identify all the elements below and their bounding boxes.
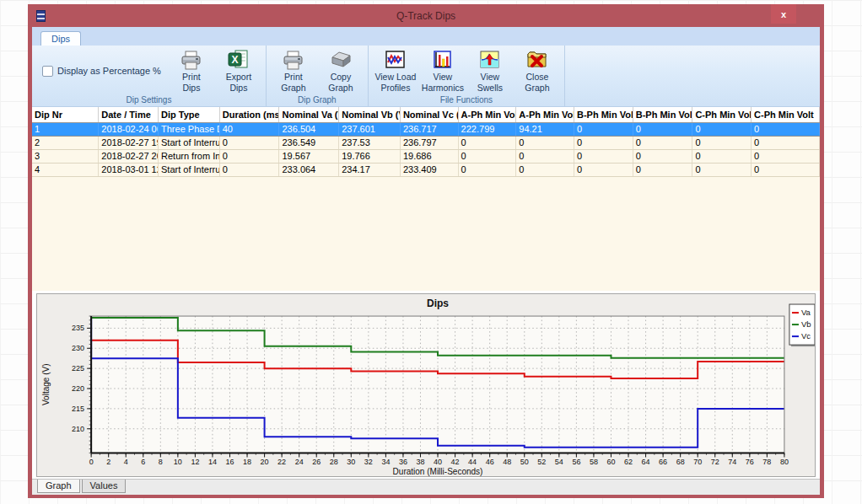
column-header[interactable]: Nominal Vc (V <box>400 107 458 122</box>
table-cell[interactable]: 0 <box>574 163 633 176</box>
table-cell[interactable]: Return from Inter <box>159 149 220 163</box>
export-dips-button[interactable]: X Export Dips <box>217 47 261 94</box>
window-title: Q-Track Dips <box>32 10 820 22</box>
button-label-line2: Swells <box>477 83 503 93</box>
table-cell[interactable]: Three Phase Dip <box>159 122 220 136</box>
svg-text:X: X <box>232 54 239 66</box>
table-cell[interactable]: 2018-02-27 20:0 <box>99 149 159 163</box>
table-cell[interactable]: 0 <box>574 122 633 136</box>
table-cell[interactable]: 40 <box>219 122 279 136</box>
button-label-line1: Copy <box>331 72 352 82</box>
view-load-profiles-button[interactable]: View Load Profiles <box>374 47 418 94</box>
column-header[interactable]: A-Ph Min Volt <box>516 107 574 122</box>
table-cell[interactable]: 236.549 <box>279 136 339 149</box>
table-cell[interactable]: 0 <box>458 149 516 163</box>
button-label-line2: Graph <box>328 83 353 93</box>
table-cell[interactable]: 0 <box>633 122 692 136</box>
table-cell[interactable]: 0 <box>633 136 692 149</box>
ribbon: Display as Percentage % Print Dips <box>32 46 820 107</box>
print-graph-button[interactable]: Print Graph <box>272 47 315 94</box>
table-row[interactable]: 42018-03-01 12:1Start of Interrupt0233.0… <box>32 163 820 176</box>
table-cell[interactable]: 0 <box>752 163 820 176</box>
svg-text:40: 40 <box>434 458 442 466</box>
table-cell[interactable]: 0 <box>633 163 692 176</box>
table-cell[interactable]: Start of Interrupt <box>159 136 220 149</box>
table-cell[interactable]: 0 <box>458 136 516 149</box>
table-cell[interactable]: 94.21 <box>516 122 574 136</box>
close-graph-button[interactable]: Close Graph <box>515 47 559 94</box>
table-cell[interactable]: 236.797 <box>400 136 458 149</box>
table-cell[interactable]: 0 <box>692 149 752 163</box>
table-cell[interactable]: 3 <box>32 149 99 163</box>
column-header[interactable]: Dip Nr <box>32 107 99 122</box>
column-header[interactable]: A-Ph Min Volt <box>458 107 516 122</box>
table-row[interactable]: 32018-02-27 20:0Return from Inter019.567… <box>32 149 820 163</box>
table-cell[interactable]: 0 <box>574 149 633 163</box>
table-cell[interactable]: 0 <box>752 122 820 136</box>
table-row[interactable]: 22018-02-27 19:0Start of Interrupt0236.5… <box>32 136 820 149</box>
table-cell[interactable]: 237.601 <box>339 122 401 136</box>
svg-text:22: 22 <box>277 458 286 466</box>
group-label-dip-settings: Dip Settings <box>37 94 261 106</box>
table-cell[interactable]: 0 <box>219 136 279 149</box>
button-label-line1: View Load <box>374 72 416 82</box>
table-cell[interactable]: 2018-03-01 12:1 <box>99 163 159 176</box>
harmonics-chart-icon <box>431 49 454 72</box>
table-cell[interactable]: 1 <box>32 122 99 136</box>
column-header[interactable]: B-Ph Min Volt <box>633 107 692 122</box>
table-cell[interactable]: 233.064 <box>279 163 339 176</box>
table-cell[interactable]: 0 <box>692 163 752 176</box>
table-cell[interactable]: 0 <box>219 163 279 176</box>
column-header[interactable]: C-Ph Min Volt <box>692 107 752 122</box>
checkbox-box[interactable] <box>42 66 53 77</box>
print-dips-button[interactable]: Print Dips <box>170 47 213 94</box>
table-cell[interactable]: 2018-02-27 19:0 <box>99 136 159 149</box>
table-cell[interactable]: 2018-02-24 06:1 <box>99 122 159 136</box>
table-cell[interactable]: Start of Interrupt <box>159 163 220 176</box>
column-header[interactable]: B-Ph Min Volt <box>574 107 633 122</box>
svg-text:Va: Va <box>801 308 811 317</box>
table-cell[interactable]: 234.17 <box>339 163 401 176</box>
column-header[interactable]: Dip Type <box>159 107 220 122</box>
table-cell[interactable]: 0 <box>752 149 820 163</box>
copy-graph-button[interactable]: Copy Graph <box>319 47 363 94</box>
table-cell[interactable]: 2 <box>32 136 99 149</box>
column-header[interactable]: Nominal Va (V <box>279 107 339 122</box>
close-window-button[interactable]: x <box>771 4 796 24</box>
tab-values[interactable]: Values <box>82 480 127 493</box>
display-as-percentage-checkbox[interactable]: Display as Percentage % <box>37 66 166 77</box>
svg-text:235: 235 <box>72 324 84 332</box>
table-cell[interactable]: 0 <box>692 136 752 149</box>
column-header[interactable]: Nominal Vb (V <box>339 107 401 122</box>
table-cell[interactable]: 0 <box>516 149 574 163</box>
table-cell[interactable]: 0 <box>516 163 574 176</box>
button-label-line2: Harmonics <box>422 83 464 93</box>
table-cell[interactable]: 4 <box>32 163 99 176</box>
tab-graph[interactable]: Graph <box>37 480 80 493</box>
table-cell[interactable]: 233.409 <box>400 163 458 176</box>
view-swells-button[interactable]: View Swells <box>468 47 512 94</box>
table-cell[interactable]: 0 <box>516 136 574 149</box>
table-cell[interactable]: 0 <box>692 122 752 136</box>
table-cell[interactable]: 19.567 <box>279 149 339 163</box>
table-cell[interactable]: 0 <box>458 163 516 176</box>
tab-dips[interactable]: Dips <box>40 31 81 46</box>
table-cell[interactable]: 237.53 <box>339 136 401 149</box>
svg-text:78: 78 <box>762 458 771 466</box>
table-cell[interactable]: 19.686 <box>400 149 458 163</box>
bottom-tab-strip: Graph Values <box>32 479 820 495</box>
column-header[interactable]: Duration (ms) <box>219 107 279 122</box>
table-row[interactable]: 12018-02-24 06:1Three Phase Dip40236.504… <box>32 122 820 136</box>
table-cell[interactable]: 236.717 <box>400 122 458 136</box>
table-cell[interactable]: 0 <box>574 136 633 149</box>
view-harmonics-button[interactable]: View Harmonics <box>421 47 465 94</box>
column-header[interactable]: C-Ph Min Volt <box>752 107 820 122</box>
table-cell[interactable]: 0 <box>633 149 692 163</box>
table-cell[interactable]: 236.504 <box>279 122 339 136</box>
table-cell[interactable]: 0 <box>219 149 279 163</box>
table-cell[interactable]: 19.766 <box>339 149 401 163</box>
column-header[interactable]: Date / Time <box>99 107 159 122</box>
svg-text:16: 16 <box>225 458 234 466</box>
table-cell[interactable]: 222.799 <box>458 122 516 136</box>
table-cell[interactable]: 0 <box>752 136 820 149</box>
